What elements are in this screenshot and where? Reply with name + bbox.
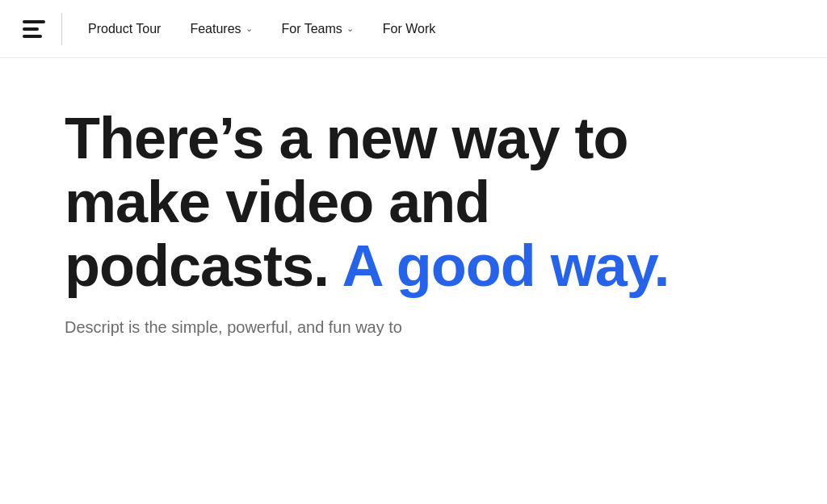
nav-item-features[interactable]: Features ⌄ — [177, 15, 265, 43]
nav-label-product-tour: Product Tour — [88, 22, 161, 36]
navbar: Product Tour Features ⌄ For Teams ⌄ For … — [0, 0, 827, 58]
nav-item-product-tour[interactable]: Product Tour — [75, 15, 174, 43]
nav-item-for-work[interactable]: For Work — [370, 15, 448, 43]
nav-label-features: Features — [190, 22, 241, 36]
logo-icon — [19, 15, 48, 44]
logo-area[interactable] — [19, 13, 62, 45]
nav-label-for-teams: For Teams — [282, 22, 342, 36]
for-teams-chevron-icon: ⌄ — [346, 23, 354, 34]
hero-headline-blue: A good way. — [342, 233, 669, 298]
hero-subtext: Descript is the simple, powerful, and fu… — [65, 318, 762, 337]
descript-logo-svg — [21, 16, 47, 42]
hero-headline: There’s a new way to make video and podc… — [65, 107, 695, 299]
nav-links: Product Tour Features ⌄ For Teams ⌄ For … — [75, 15, 448, 43]
svg-rect-1 — [23, 27, 39, 31]
features-chevron-icon: ⌄ — [246, 23, 253, 34]
svg-rect-2 — [23, 35, 42, 38]
nav-label-for-work: For Work — [383, 22, 435, 36]
svg-rect-0 — [23, 20, 45, 23]
hero-section: There’s a new way to make video and podc… — [0, 58, 827, 369]
nav-item-for-teams[interactable]: For Teams ⌄ — [269, 15, 367, 43]
